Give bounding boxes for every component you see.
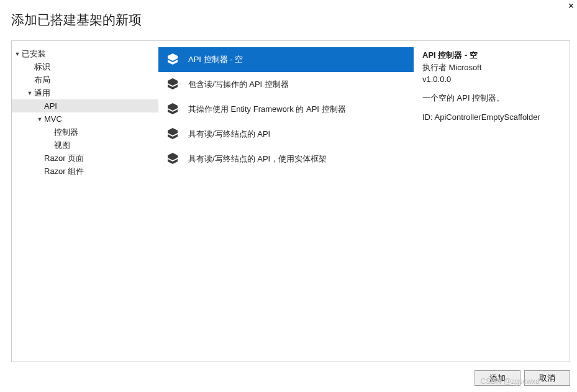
caret-down-icon: ▼ (35, 116, 44, 122)
content-area: ▼ 已安装 标识 布局 ▼ 通用 API ▼ MVC 控制器 视图 (11, 40, 570, 362)
list-item-api-endpoints[interactable]: 具有读/写终结点的 API (158, 122, 414, 147)
tree-label: 控制器 (54, 127, 78, 138)
list-label: 其操作使用 Entity Framework 的 API 控制器 (188, 104, 346, 115)
list-item-api-ef[interactable]: 其操作使用 Entity Framework 的 API 控制器 (158, 97, 414, 122)
detail-title: API 控制器 - 空 (422, 50, 561, 61)
detail-publisher: 执行者 Microsoft (422, 62, 561, 73)
caret-down-icon: ▼ (25, 90, 34, 96)
scaffold-icon (165, 151, 181, 167)
tree-label: Razor 组件 (44, 166, 84, 177)
add-button[interactable]: 添加 (475, 370, 520, 386)
list-item-api-rw[interactable]: 包含读/写操作的 API 控制器 (158, 72, 414, 97)
category-tree: ▼ 已安装 标识 布局 ▼ 通用 API ▼ MVC 控制器 视图 (12, 41, 158, 362)
tree-label: 通用 (34, 88, 50, 99)
list-label: 包含读/写操作的 API 控制器 (188, 79, 289, 90)
detail-id: ID: ApiControllerEmptyScaffolder (422, 112, 561, 122)
tree-identity[interactable]: 标识 (12, 60, 158, 73)
list-label: 具有读/写终结点的 API，使用实体框架 (188, 153, 327, 165)
tree-label: API (44, 101, 57, 111)
tree-label: 标识 (34, 62, 50, 73)
detail-panel: API 控制器 - 空 执行者 Microsoft v1.0.0.0 一个空的 … (414, 41, 570, 362)
tree-layout[interactable]: 布局 (12, 73, 158, 86)
tree-label: Razor 页面 (44, 153, 84, 164)
tree-razor-component[interactable]: Razor 组件 (12, 165, 158, 178)
dialog-footer: 添加 取消 (475, 370, 570, 386)
tree-common[interactable]: ▼ 通用 (12, 86, 158, 99)
dialog-title: 添加已搭建基架的新项 (11, 11, 566, 29)
template-list: API 控制器 - 空 包含读/写操作的 API 控制器 其操作使用 Entit… (158, 41, 414, 362)
scaffold-icon (165, 101, 181, 117)
close-icon[interactable]: ✕ (568, 1, 575, 11)
detail-description: 一个空的 API 控制器。 (422, 93, 561, 104)
tree-controller[interactable]: 控制器 (12, 125, 158, 139)
scaffold-icon (165, 126, 181, 142)
cancel-button[interactable]: 取消 (524, 370, 570, 386)
tree-view[interactable]: 视图 (12, 139, 158, 152)
caret-down-icon: ▼ (13, 51, 22, 57)
tree-mvc[interactable]: ▼ MVC (12, 112, 158, 125)
tree-label: 已安装 (22, 48, 46, 60)
detail-id-value: ApiControllerEmptyScaffolder (435, 112, 540, 122)
tree-installed[interactable]: ▼ 已安装 (12, 47, 158, 60)
tree-label: 布局 (34, 75, 50, 86)
scaffold-icon (165, 76, 181, 93)
list-item-api-empty[interactable]: API 控制器 - 空 (158, 47, 414, 72)
list-label: API 控制器 - 空 (188, 54, 243, 65)
detail-version: v1.0.0.0 (422, 75, 561, 84)
tree-razor-page[interactable]: Razor 页面 (12, 152, 158, 165)
tree-api[interactable]: API (12, 99, 158, 112)
tree-label: MVC (44, 114, 62, 124)
list-item-api-endpoints-ef[interactable]: 具有读/写终结点的 API，使用实体框架 (158, 147, 414, 171)
dialog-header: 添加已搭建基架的新项 (0, 0, 577, 37)
list-label: 具有读/写终结点的 API (188, 129, 270, 140)
tree-label: 视图 (54, 140, 70, 151)
detail-id-label: ID: (422, 112, 435, 122)
scaffold-icon (165, 52, 181, 68)
